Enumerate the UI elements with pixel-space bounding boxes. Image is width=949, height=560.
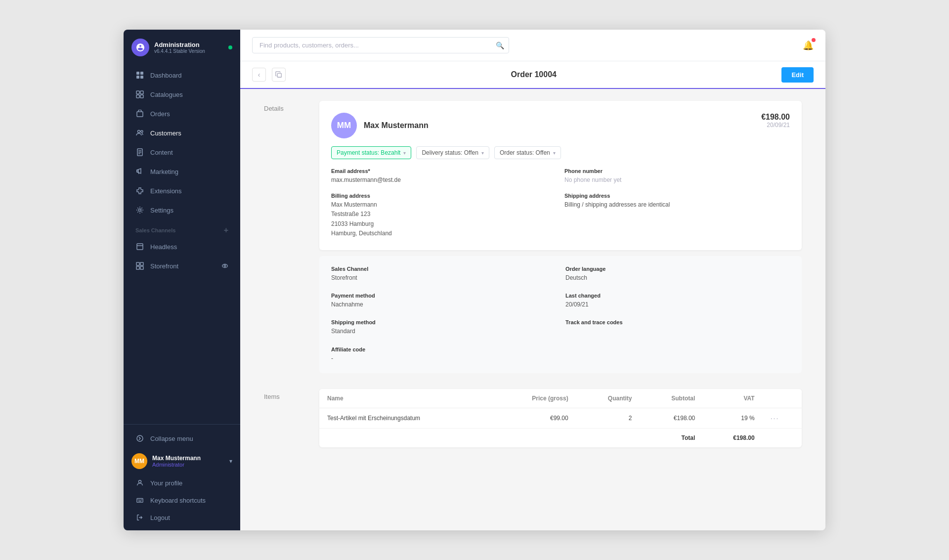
email-group: Email address* max.mustermann@test.de xyxy=(331,168,557,185)
sidebar-item-settings[interactable]: Settings xyxy=(128,201,236,219)
svg-rect-3 xyxy=(140,76,143,79)
person-icon xyxy=(135,478,144,487)
row-menu-btn[interactable]: ··· xyxy=(771,414,779,422)
sales-channels-header: Sales Channels + xyxy=(124,220,240,237)
order-language-group: Order language Deutsch xyxy=(565,266,790,283)
svg-rect-2 xyxy=(136,76,139,79)
logout-btn[interactable]: Logout xyxy=(128,509,236,526)
order-status-chevron: ▾ xyxy=(553,150,556,156)
bag-icon xyxy=(135,109,144,118)
svg-point-25 xyxy=(224,265,226,267)
svg-rect-23 xyxy=(140,266,143,269)
search-icon[interactable]: 🔍 xyxy=(496,42,504,49)
col-actions xyxy=(763,389,802,408)
order-status-pill[interactable]: Order status: Offen ▾ xyxy=(494,146,561,159)
svg-point-10 xyxy=(141,130,143,132)
tag-icon xyxy=(135,90,144,99)
store-icon xyxy=(135,261,144,270)
billing-value: Max MustermannTeststraße 12321033 Hambur… xyxy=(331,200,557,238)
status-pills: Payment status: Bezahlt ▾ Delivery statu… xyxy=(331,146,790,159)
item-price: €99.00 xyxy=(493,408,576,428)
item-subtotal: €198.00 xyxy=(640,408,703,428)
payment-status-chevron: ▾ xyxy=(403,150,406,156)
user-section[interactable]: MM Max Mustermann Administrator ▾ xyxy=(124,448,240,474)
edit-button[interactable]: Edit xyxy=(781,67,814,83)
notification-bell-icon[interactable]: 🔔 xyxy=(803,40,814,51)
sidebar-item-headless[interactable]: Headless xyxy=(128,237,236,256)
sidebar-item-extensions-label: Extensions xyxy=(150,187,182,195)
table-row: Test-Artikel mit Erscheinungsdatum €99.0… xyxy=(319,408,802,428)
search-input[interactable] xyxy=(252,37,509,53)
page-title: Order 10004 xyxy=(292,70,776,79)
svg-point-17 xyxy=(139,209,141,212)
sidebar-item-marketing[interactable]: Marketing xyxy=(128,162,236,181)
total-row: Total €198.00 xyxy=(319,428,802,447)
user-name: Max Mustermann xyxy=(152,455,201,462)
items-card: Name Price (gross) Quantity Subtotal VAT xyxy=(319,389,802,447)
details-section: Details MM Max Mustermann xyxy=(264,101,802,373)
page-header: ‹ Order 10004 Edit xyxy=(240,61,825,89)
user-avatar: MM xyxy=(131,453,147,469)
sidebar-item-orders-label: Orders xyxy=(150,110,170,118)
collapse-icon xyxy=(135,434,144,443)
affiliate-value: - xyxy=(331,354,556,363)
svg-rect-18 xyxy=(137,244,143,250)
sidebar-item-settings-label: Settings xyxy=(150,207,173,214)
sidebar-item-extensions[interactable]: Extensions xyxy=(128,181,236,200)
sidebar: Administration v6.4.4.1 Stable Version D… xyxy=(124,30,240,530)
svg-rect-7 xyxy=(140,95,143,98)
affiliate-group: Affiliate code - xyxy=(331,346,556,363)
keyboard-shortcuts-label: Keyboard shortcuts xyxy=(150,497,206,504)
logo-area: Administration v6.4.4.1 Stable Version xyxy=(124,30,240,63)
copy-button[interactable] xyxy=(272,68,286,82)
col-price: Price (gross) xyxy=(493,389,576,408)
svg-point-27 xyxy=(138,480,141,483)
keyboard-shortcuts-btn[interactable]: Keyboard shortcuts xyxy=(128,492,236,509)
back-button[interactable]: ‹ xyxy=(252,68,266,82)
payment-status-pill[interactable]: Payment status: Bezahlt ▾ xyxy=(331,146,411,159)
sidebar-item-customers[interactable]: Customers xyxy=(128,124,236,142)
item-name: Test-Artikel mit Erscheinungsdatum xyxy=(319,408,493,428)
sidebar-item-content[interactable]: Content xyxy=(128,143,236,162)
puzzle-icon xyxy=(135,186,144,195)
track-group: Track and trace codes xyxy=(565,319,790,336)
app-title: Administration xyxy=(154,41,205,48)
total-value: €198.00 xyxy=(703,428,762,447)
file-icon xyxy=(135,148,144,157)
sidebar-item-storefront[interactable]: Storefront xyxy=(128,257,236,275)
logout-label: Logout xyxy=(150,514,170,521)
sidebar-item-catalogues-label: Catalogues xyxy=(150,91,183,98)
your-profile-btn[interactable]: Your profile xyxy=(128,474,236,491)
sidebar-item-dashboard[interactable]: Dashboard xyxy=(128,66,236,85)
order-price: €198.00 xyxy=(761,113,790,122)
sidebar-item-catalogues[interactable]: Catalogues xyxy=(128,85,236,104)
logout-icon xyxy=(135,513,144,522)
sidebar-item-orders[interactable]: Orders xyxy=(128,104,236,123)
svg-rect-20 xyxy=(136,262,139,265)
collapse-menu-btn[interactable]: Collapse menu xyxy=(128,429,236,448)
user-chevron-icon: ▾ xyxy=(229,458,232,465)
svg-rect-16 xyxy=(137,170,138,172)
add-sales-channel-btn[interactable]: + xyxy=(224,226,228,235)
email-value: max.mustermann@test.de xyxy=(331,175,557,185)
user-role: Administrator xyxy=(152,462,201,468)
logo-icon xyxy=(131,39,149,56)
last-changed-value: 20/09/21 xyxy=(565,300,790,309)
delivery-status-pill[interactable]: Delivery status: Offen ▾ xyxy=(416,146,489,159)
col-subtotal: Subtotal xyxy=(640,389,703,408)
sales-channel-group: Sales Channel Storefront xyxy=(331,266,556,283)
keyboard-icon xyxy=(135,496,144,505)
your-profile-label: Your profile xyxy=(150,479,182,487)
svg-point-9 xyxy=(138,130,140,133)
sidebar-bottom: Collapse menu MM Max Mustermann Administ… xyxy=(124,424,240,530)
items-table: Name Price (gross) Quantity Subtotal VAT xyxy=(319,389,802,447)
sidebar-item-headless-label: Headless xyxy=(150,243,177,251)
customer-card: MM Max Mustermann €198.00 20/09/21 xyxy=(319,101,802,250)
phone-group: Phone number No phone number yet xyxy=(564,168,790,185)
people-icon xyxy=(135,129,144,137)
svg-rect-1 xyxy=(140,72,143,75)
svg-rect-0 xyxy=(136,72,139,75)
svg-rect-4 xyxy=(136,91,139,94)
col-vat: VAT xyxy=(703,389,762,408)
last-changed-group: Last changed 20/09/21 xyxy=(565,293,790,309)
